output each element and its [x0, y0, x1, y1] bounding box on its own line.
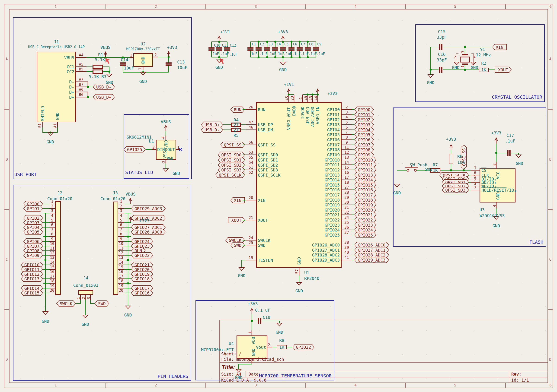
schematic-text: 1uF: [213, 52, 219, 56]
schematic-text: +3V3: [491, 131, 501, 135]
schematic-text: S1: [38, 123, 42, 128]
pin-number: 19: [50, 284, 54, 288]
schematic-text: GND: [276, 330, 283, 334]
schematic-text: GND: [496, 192, 500, 200]
net-label[interactable]: GPIO25: [354, 232, 376, 238]
wire: [43, 222, 49, 223]
schematic-text: RGB: [167, 157, 173, 160]
net-label[interactable]: QPSI_SD3: [442, 187, 469, 193]
resistor[interactable]: [449, 154, 453, 164]
wire: [243, 260, 246, 260]
pin-number: 11: [50, 246, 54, 250]
net-label[interactable]: USB_D+: [93, 94, 115, 100]
pin-number: 6: [345, 125, 348, 129]
wire: [352, 165, 354, 165]
frame-label: 4: [354, 384, 356, 387]
schematic-text: VCC: [496, 172, 500, 179]
schematic-text: GND: [471, 65, 478, 70]
net-label[interactable]: GPIO15: [21, 290, 43, 296]
pin-number: 14: [50, 260, 54, 264]
pin-number: 18: [344, 180, 349, 185]
schematic-text: GND: [47, 140, 54, 144]
net-label[interactable]: QPSI_SCLK: [215, 172, 245, 178]
pin-name: GPIO16: [325, 187, 340, 192]
schematic-text: VDD: [164, 140, 168, 148]
net-label[interactable]: SWD: [95, 301, 109, 307]
schematic-text: VBUS: [125, 192, 135, 196]
schematic-text: GND: [427, 81, 434, 85]
pin-stub: [49, 293, 55, 293]
pin-name: GPIO11: [325, 162, 340, 167]
schematic-text: VSS: [163, 151, 167, 159]
wire: [352, 235, 354, 235]
section-box: [415, 24, 545, 102]
schematic-text: DVDD: [292, 106, 296, 116]
net-label[interactable]: GPIO9: [24, 252, 43, 259]
schematic-text: .1uF: [317, 52, 325, 56]
wire: [43, 227, 49, 227]
pin-name: GPIO13: [325, 173, 340, 177]
schematic-text: R8: [279, 338, 284, 343]
pin-number: 5: [51, 218, 53, 222]
net-label[interactable]: USB_D-: [201, 127, 223, 133]
component-body[interactable]: [113, 201, 118, 295]
wire: [43, 204, 49, 204]
resistor[interactable]: [92, 65, 103, 69]
wire: [43, 246, 49, 246]
wire: [243, 165, 246, 165]
section-box: [393, 107, 546, 247]
net-label[interactable]: GPIO1: [24, 206, 43, 212]
component-body[interactable]: [55, 201, 61, 295]
pin-number: 15: [344, 165, 349, 170]
schematic-text: GND: [172, 171, 180, 176]
wire: [352, 225, 354, 225]
net-label[interactable]: SWCLK: [56, 301, 76, 307]
net-label[interactable]: XOUT: [495, 67, 512, 73]
pin-name: GPIO24: [325, 227, 340, 232]
pin-number: 11: [119, 246, 123, 250]
pin-name: QSPI_SCLK: [258, 173, 281, 177]
net-label[interactable]: GPIO22: [131, 252, 153, 259]
wire: [352, 190, 354, 190]
schematic-text: W25Q16JVSS: [480, 214, 505, 218]
pin-number: 55: [249, 155, 253, 160]
pin-name: GPIO0: [327, 107, 340, 112]
net-label[interactable]: GPIO25: [123, 146, 146, 153]
pin-number: 9: [120, 237, 122, 241]
wire: [243, 170, 246, 170]
frame-label: C: [6, 258, 8, 261]
schematic-text: STATUS LED: [125, 170, 153, 175]
wire: [352, 180, 354, 180]
net-label[interactable]: GPIO5: [24, 229, 43, 235]
schematic-text: 3: [130, 54, 132, 57]
net-label[interactable]: GPIO13: [21, 276, 43, 282]
pin-name: GPIO5: [327, 132, 340, 137]
schematic-text: U3: [480, 208, 485, 212]
net-label[interactable]: GPIO26_ADC0: [131, 229, 165, 235]
net-label[interactable]: QPSI_SS: [220, 142, 245, 148]
pin-name: GPIO8: [327, 147, 340, 152]
schematic-text: GND: [55, 112, 60, 120]
pin-number: 19: [249, 256, 253, 260]
schematic-text: Conn_01x03: [73, 283, 98, 288]
pin-number: 38: [344, 240, 349, 245]
schematic-text: J1: [54, 40, 59, 44]
pin-number: 14: [119, 260, 123, 264]
pin-number: 52: [249, 170, 253, 175]
pin-name: GPIO28_ADC2: [312, 253, 340, 257]
frame-label: 6: [549, 384, 551, 387]
frame-label: 6: [549, 5, 551, 8]
component-body[interactable]: [78, 290, 93, 295]
resistor[interactable]: [92, 70, 103, 74]
net-label[interactable]: GPIO29_ADC3: [131, 206, 165, 212]
net-label[interactable]: GPIO22: [292, 344, 314, 350]
net-label[interactable]: GPIO29_ADC3: [354, 257, 389, 263]
wire: [124, 213, 131, 213]
net-label[interactable]: GPIO18: [131, 276, 153, 282]
wire: [43, 279, 49, 279]
net-label[interactable]: XOUT: [228, 217, 245, 223]
schematic-text: .1uF: [259, 52, 268, 56]
net-label[interactable]: XIN: [492, 44, 507, 50]
net-label[interactable]: GPIO16: [131, 290, 153, 296]
wire: [243, 154, 246, 155]
